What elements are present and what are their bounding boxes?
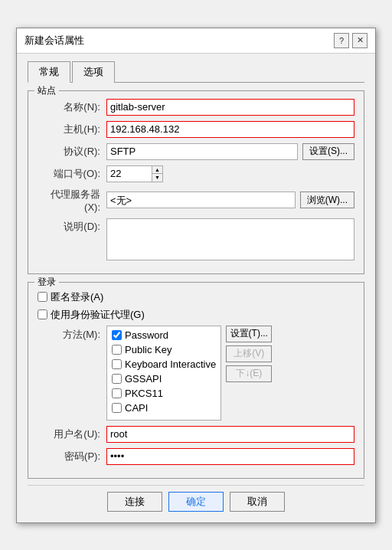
proxy-browse-button[interactable]: 浏览(W)... [300, 192, 354, 208]
dialog: 新建会话属性 ? ✕ 常规 选项 站点 名称(N): 主机(H): [16, 28, 376, 523]
proxy-select[interactable]: <无> [106, 192, 296, 208]
method-capi-checkbox[interactable] [112, 403, 122, 413]
footer-buttons: 连接 确定 取消 [28, 485, 364, 515]
site-section: 站点 名称(N): 主机(H): 协议(R): SFTP FTP [28, 90, 364, 274]
port-down-btn[interactable]: ▼ [152, 174, 162, 182]
methods-row: 方法(M): Password Public Key K [38, 326, 354, 421]
anon-checkbox[interactable] [38, 292, 47, 302]
agent-label: 使用身份验证代理(G) [51, 308, 145, 322]
cancel-button[interactable]: 取消 [230, 492, 285, 512]
username-input[interactable] [106, 426, 354, 443]
port-spinners: ▲ ▼ [152, 165, 163, 182]
method-keyboard-checkbox[interactable] [112, 359, 122, 369]
method-pkcs11: PKCS11 [112, 388, 216, 399]
port-row: 端口号(O): ▲ ▼ [38, 165, 354, 182]
protocol-settings-button[interactable]: 设置(S)... [302, 143, 354, 160]
methods-container: Password Public Key Keyboard Interactive [106, 326, 272, 421]
method-keyboard-label: Keyboard Interactive [125, 358, 216, 370]
tab-options[interactable]: 选项 [72, 61, 115, 83]
proxy-select-container: <无> [106, 192, 296, 208]
methods-list: Password Public Key Keyboard Interactive [106, 326, 221, 421]
ok-button[interactable]: 确定 [168, 492, 224, 512]
method-capi: CAPI [112, 402, 216, 414]
password-row: 密码(P): [38, 448, 354, 465]
method-publickey: Public Key [112, 344, 216, 355]
protocol-label: 协议(R): [38, 145, 106, 159]
method-password-checkbox[interactable] [112, 330, 122, 340]
name-row: 名称(N): [38, 99, 354, 116]
agent-checkbox[interactable] [38, 309, 47, 319]
host-label: 主机(H): [38, 123, 106, 136]
proxy-label: 代理服务器(X): [38, 188, 106, 213]
port-up-btn[interactable]: ▲ [152, 166, 162, 175]
site-section-title: 站点 [34, 84, 59, 97]
desc-label: 说明(D): [38, 218, 106, 234]
title-bar: 新建会话属性 ? ✕ [17, 28, 375, 54]
method-up-button[interactable]: 上移(V) [226, 345, 272, 362]
username-label: 用户名(U): [38, 427, 106, 441]
protocol-select-container: SFTP FTP SCP [106, 143, 298, 160]
password-input[interactable] [106, 448, 354, 465]
method-capi-label: CAPI [125, 402, 148, 414]
close-button[interactable]: ✕ [352, 33, 368, 48]
method-gssapi: GSSAPI [112, 373, 216, 385]
method-down-button[interactable]: 下↓(E) [226, 365, 272, 382]
login-section: 登录 匿名登录(A) 使用身份验证代理(G) 方法(M): Passwor [28, 282, 364, 479]
dialog-body: 常规 选项 站点 名称(N): 主机(H): 协议(R): [17, 54, 375, 522]
password-label: 密码(P): [38, 450, 106, 463]
login-section-title: 登录 [34, 276, 59, 289]
name-input[interactable] [106, 99, 354, 116]
username-row: 用户名(U): [38, 426, 354, 443]
methods-buttons: 设置(T)... 上移(V) 下↓(E) [226, 326, 272, 382]
help-button[interactable]: ? [334, 33, 349, 48]
method-password-label: Password [125, 329, 168, 341]
agent-row: 使用身份验证代理(G) [38, 308, 354, 322]
desc-row: 说明(D): [38, 218, 354, 260]
method-password: Password [112, 329, 216, 341]
connect-button[interactable]: 连接 [107, 492, 162, 512]
port-wrapper: ▲ ▼ [106, 165, 163, 182]
method-label: 方法(M): [38, 326, 106, 342]
port-input[interactable] [106, 165, 152, 182]
port-label: 端口号(O): [38, 167, 106, 181]
desc-input[interactable] [106, 218, 354, 260]
tabs: 常规 选项 [28, 61, 364, 83]
method-publickey-label: Public Key [125, 344, 172, 355]
host-row: 主机(H): [38, 121, 354, 138]
tab-general[interactable]: 常规 [28, 61, 70, 83]
protocol-select[interactable]: SFTP FTP SCP [106, 143, 298, 160]
dialog-title: 新建会话属性 [24, 34, 84, 47]
protocol-row: 协议(R): SFTP FTP SCP 设置(S)... [38, 143, 354, 160]
method-gssapi-checkbox[interactable] [112, 374, 122, 384]
name-label: 名称(N): [38, 100, 106, 114]
protocol-wrapper: SFTP FTP SCP 设置(S)... [106, 143, 354, 160]
host-input[interactable] [106, 121, 354, 138]
method-publickey-checkbox[interactable] [112, 345, 122, 355]
proxy-row: 代理服务器(X): <无> 浏览(W)... [38, 188, 354, 213]
method-pkcs11-checkbox[interactable] [112, 388, 122, 398]
method-gssapi-label: GSSAPI [125, 373, 162, 385]
anon-row: 匿名登录(A) [38, 290, 354, 304]
method-keyboard: Keyboard Interactive [112, 358, 216, 370]
method-settings-button[interactable]: 设置(T)... [226, 326, 272, 342]
anon-label: 匿名登录(A) [51, 290, 103, 304]
method-pkcs11-label: PKCS11 [125, 388, 163, 399]
proxy-wrapper: <无> 浏览(W)... [106, 192, 354, 208]
title-controls: ? ✕ [334, 33, 368, 48]
